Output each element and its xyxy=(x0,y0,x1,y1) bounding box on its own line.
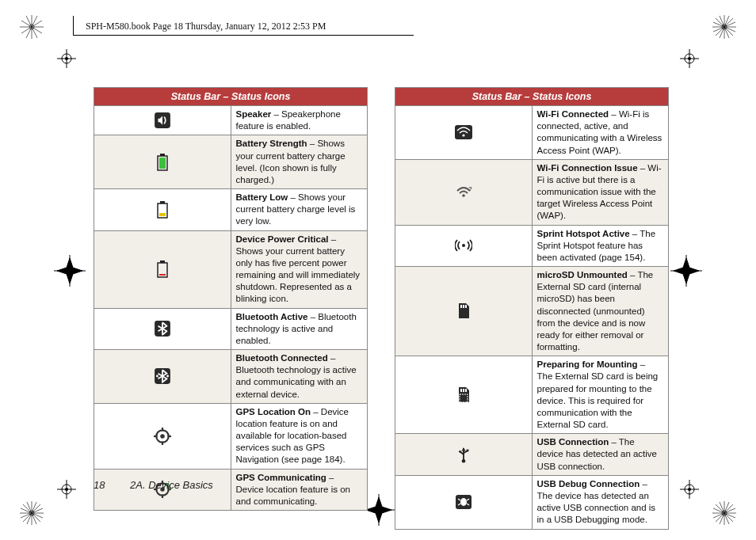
icon-term: Wi-Fi Connected xyxy=(537,109,609,119)
icon-description: Wi-Fi Connection Issue – Wi-Fi is active… xyxy=(532,159,669,225)
crop-cross-icon xyxy=(670,255,702,287)
wifi-icon xyxy=(395,106,533,160)
icon-term: Battery Strength xyxy=(236,139,307,148)
page: SPH-M580.book Page 18 Thursday, January … xyxy=(0,0,756,540)
icon-desc-text: – The External SD card is being prepared… xyxy=(537,359,659,429)
register-mark-icon xyxy=(57,480,76,499)
doc-tag-underline xyxy=(73,35,414,36)
table-header: Status Bar – Status Icons xyxy=(395,88,669,106)
icon-description: GPS Location On – Device location featur… xyxy=(231,403,368,469)
usb-debug-icon xyxy=(395,475,533,529)
icon-description: GPS Communicating – Device location feat… xyxy=(231,469,368,511)
doc-tag: SPH-M580.book Page 18 Thursday, January … xyxy=(86,21,326,32)
usb-icon xyxy=(395,434,533,476)
icon-desc-text: – Shows your current battery only has fi… xyxy=(236,234,361,304)
table-row: Battery Low – Shows your current battery… xyxy=(94,189,368,231)
svg-point-53 xyxy=(688,57,691,60)
icon-term: USB Debug Connection xyxy=(537,479,640,489)
page-number: 18 xyxy=(94,479,105,491)
icon-term: Bluetooth Connected xyxy=(236,353,328,363)
left-column: Status Bar – Status Icons Speaker – Spea… xyxy=(94,87,368,469)
icon-description: Sprint Hotspot Active – The Sprint Hotsp… xyxy=(532,225,669,267)
svg-point-57 xyxy=(65,488,68,491)
bt-icon xyxy=(94,308,231,350)
content-area: Status Bar – Status Icons Speaker – Spea… xyxy=(94,87,669,469)
icon-term: Battery Low xyxy=(236,192,288,202)
table-row: Bluetooth Connected – Bluetooth technolo… xyxy=(94,350,368,404)
icon-description: Bluetooth Active – Bluetooth technology … xyxy=(231,308,368,350)
table-row: Wi-Fi Connection Issue – Wi-Fi is active… xyxy=(395,159,669,225)
batt-low-icon xyxy=(94,189,231,231)
batt-full-icon xyxy=(94,135,231,189)
table-row: Wi-Fi Connected – Wi-Fi is connected, ac… xyxy=(395,106,669,160)
icon-term: Preparing for Mounting xyxy=(537,359,638,369)
icon-term: Sprint Hotspot Active xyxy=(537,229,630,238)
icon-term: USB Connection xyxy=(537,437,609,447)
icon-desc-text: – The External SD card (internal microSD… xyxy=(537,270,654,352)
icon-term: microSD Unmounted xyxy=(537,270,628,280)
svg-point-61 xyxy=(688,488,691,491)
crop-sunburst-icon xyxy=(712,14,737,40)
icon-description: USB Debug Connection – The device has de… xyxy=(532,475,669,529)
table-row: Speaker – Speakerphone feature is enable… xyxy=(94,106,368,135)
speaker-icon xyxy=(94,106,231,135)
svg-point-49 xyxy=(65,57,68,60)
page-footer: 18 2A. Device Basics xyxy=(94,479,213,491)
icon-description: Wi-Fi Connected – Wi-Fi is connected, ac… xyxy=(532,106,669,160)
doc-tag-border xyxy=(73,16,74,35)
table-row: Sprint Hotspot Active – The Sprint Hotsp… xyxy=(395,225,669,267)
table-header: Status Bar – Status Icons xyxy=(94,88,368,106)
crop-sunburst-icon xyxy=(19,14,44,40)
crop-cross-icon xyxy=(363,494,395,526)
register-mark-icon xyxy=(680,49,699,68)
batt-crit-icon xyxy=(94,230,231,308)
icon-term: Device Power Critical xyxy=(236,234,329,244)
icon-term: GPS Communicating xyxy=(236,473,326,482)
icon-description: Battery Low – Shows your current battery… xyxy=(231,189,368,231)
table-row: microSD Unmounted – The External SD card… xyxy=(395,267,669,356)
icon-term: Bluetooth Active xyxy=(236,312,308,321)
register-mark-icon xyxy=(680,480,699,499)
sd-icon xyxy=(395,267,533,356)
table-row: USB Connection – The device has detected… xyxy=(395,434,669,476)
icon-term: Speaker xyxy=(236,109,272,119)
table-row: Battery Strength – Shows your current ba… xyxy=(94,135,368,189)
table-row: GPS Location On – Device location featur… xyxy=(94,403,368,469)
icon-description: Speaker – Speakerphone feature is enable… xyxy=(231,106,368,135)
icon-term: GPS Location On xyxy=(236,407,311,416)
icon-term: Wi-Fi Connection Issue xyxy=(537,163,638,173)
table-row: Device Power Critical – Shows your curre… xyxy=(94,230,368,308)
crop-sunburst-icon xyxy=(19,500,44,526)
gps-icon xyxy=(94,403,231,469)
wifi-issue-icon xyxy=(395,159,533,225)
icon-description: Bluetooth Connected – Bluetooth technolo… xyxy=(231,350,368,404)
section-title: 2A. Device Basics xyxy=(130,479,213,491)
icon-description: USB Connection – The device has detected… xyxy=(532,434,669,476)
icon-description: Battery Strength – Shows your current ba… xyxy=(231,135,368,189)
table-row: USB Debug Connection – The device has de… xyxy=(395,475,669,529)
sd-prep-icon xyxy=(395,356,533,434)
table-row: Bluetooth Active – Bluetooth technology … xyxy=(94,308,368,350)
table-row: Preparing for Mounting – The External SD… xyxy=(395,356,669,434)
crop-cross-icon xyxy=(54,255,86,287)
status-icons-table-right: Status Bar – Status Icons Wi-Fi Connecte… xyxy=(395,87,669,530)
crop-sunburst-icon xyxy=(712,500,737,526)
status-icons-table-left: Status Bar – Status Icons Speaker – Spea… xyxy=(94,87,368,511)
bt-conn-icon xyxy=(94,350,231,404)
icon-description: Device Power Critical – Shows your curre… xyxy=(231,230,368,308)
right-column: Status Bar – Status Icons Wi-Fi Connecte… xyxy=(395,87,669,469)
hotspot-icon xyxy=(395,225,533,267)
icon-description: microSD Unmounted – The External SD card… xyxy=(532,267,669,356)
register-mark-icon xyxy=(57,49,76,68)
icon-description: Preparing for Mounting – The External SD… xyxy=(532,356,669,434)
